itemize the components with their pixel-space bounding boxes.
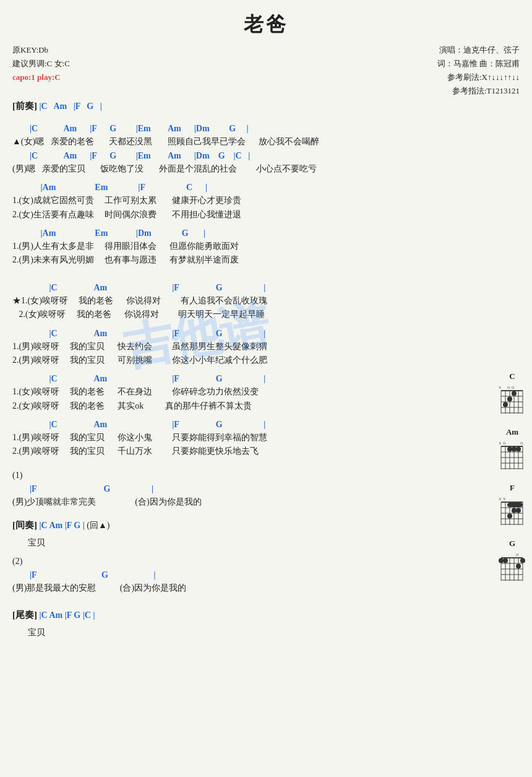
svg-text:o: o [512,384,515,390]
lyrics-by: 词：马嘉惟 曲：陈冠甫 [437,57,520,71]
svg-point-16 [503,402,508,407]
lyric-row-14: 2.(男)唉呀呀 我的宝贝 千山万水 只要妳能更快乐地去飞 [12,445,470,458]
outro-label: [尾奏] [12,610,37,620]
chord-c-grid: x o o [499,383,526,416]
lyric-row-15: (男)少顶嘴就非常完美 (合)因为你是我的 [12,495,470,509]
lyric-row-6: 2.(男)未来有风光明媚 也有事与愿违 有梦就别半途而废 [12,253,470,267]
chord-c-name: C [509,371,515,381]
chord-row-8: |C Am |F G | [12,418,470,431]
header-area: 原KEY:Db 建议男调:C 女:C capo:1 play:C 演唱：迪克牛仔… [12,43,520,98]
svg-rect-47 [507,503,523,507]
verse1-block1: |C Am |F G |Em Am |Dm G | ▲(女)嗯 亲爱的老爸 天都… [12,122,470,176]
chord-g-grid: o [499,550,526,583]
chorus-block4: |C Am |F G | 1.(男)唉呀呀 我的宝贝 你这小鬼 只要妳能得到幸福… [12,418,470,459]
interlude-note: (回▲) [87,521,109,530]
lyric-row-10: 2.(男)唉呀呀 我的宝贝 可别挑嘴 你这小小年纪减个什么肥 [12,354,470,367]
lyric-row-18: 宝贝 [12,626,470,640]
chord-row-1: |C Am |F G |Em Am |Dm G | [12,122,470,135]
svg-point-63 [499,558,504,563]
chord-row-10: |F G | [12,568,470,581]
section-1: (1) |F G | (男)少顶嘴就非常完美 (合)因为你是我的 [12,469,470,510]
lyric-row-2: (男)嗯 亲爱的宝贝 饭吃饱了没 外面是个混乱的社会 小心点不要吃亏 [12,162,470,176]
lyric-row-16: 宝贝 [12,536,470,550]
section-interlude: [间奏] |C Am |F G | (回▲) [12,519,470,531]
original-key: 原KEY:Db [12,43,70,57]
lyric-row-17: (男)那是我最大的安慰 (合)因为你是我的 [12,581,470,595]
lyric-row-11: 1.(女)唉呀呀 我的老爸 不在身边 你碎碎念功力依然没变 [12,385,470,399]
lyric-row-9: 1.(男)唉呀呀 我的宝贝 快去约会 虽然那男生整头髮像刺猬 [12,340,470,354]
chord-row-3: |Am Em |F C | [12,181,470,194]
svg-point-33 [516,447,521,452]
chorus-block2: |C Am |F G | 1.(男)唉呀呀 我的宝贝 快去约会 虽然那男生整头髮… [12,327,470,368]
lyric-row-7: ★1.(女)唉呀呀 我的老爸 你说得对 有人追我不会乱收玫瑰 [12,294,470,308]
svg-point-66 [516,564,521,569]
header-right: 演唱：迪克牛仔、弦子 词：马嘉惟 曲：陈冠甫 参考刷法:X↑↓↓↓↑↑↓↓ 参考… [437,43,520,98]
section-outro: [尾奏] |C Am |F G |C | [12,609,470,621]
svg-text:x: x [499,384,502,390]
chord-row-6: |C Am |F G | [12,327,470,340]
chorus-block1: |C Am |F G | ★1.(女)唉呀呀 我的老爸 你说得对 有人追我不会乱… [12,281,470,322]
chord-row-9: |F G | [12,482,470,495]
content-area: [前奏] |C Am |F G | |C Am |F G |Em Am |Dm … [12,100,520,640]
lyric-row-1: ▲(女)嗯 亲爱的老爸 天都还没黑 照顾自己我早已学会 放心我不会喝醉 [12,135,470,149]
section-2-label: (2) [12,555,470,568]
prelude-chords: |C Am |F G | [40,102,102,111]
chord-row-2: |C Am |F G |Em Am |Dm G |C | [12,149,470,162]
svg-text:o: o [503,440,506,446]
svg-text:x: x [499,495,502,501]
strum-pattern: 参考刷法:X↑↓↓↓↑↑↓↓ [437,71,520,84]
svg-point-50 [507,514,512,519]
svg-text:x: x [499,440,502,446]
lyric-row-12: 2.(女)唉呀呀 我的老爸 其实ok 真的那牛仔裤不算太贵 [12,399,470,413]
lyric-row-4: 2.(女)生活要有点趣味 时间偶尔浪费 不用担心我懂进退 [12,208,470,222]
lyric-row-13: 1.(男)唉呀呀 我的宝贝 你这小鬼 只要妳能得到幸福的智慧 [12,431,470,445]
chord-diagrams-panel: C x o o [499,371,526,583]
chord-row-5: |C Am |F G | [12,281,470,294]
suggested-key: 建议男调:C 女:C [12,57,70,71]
svg-point-15 [507,397,512,402]
chord-g-name: G [509,539,515,549]
header-left: 原KEY:Db 建议男调:C 女:C capo:1 play:C [12,43,70,98]
lyric-row-5: 1.(男)人生有太多是非 得用眼泪体会 但愿你能勇敢面对 [12,240,470,253]
svg-point-31 [507,447,512,452]
chord-diagram-g: G o [499,539,526,583]
chord-am-grid: x o o [499,438,526,472]
lyric-row-8: 2.(女)唉呀呀 我的老爸 你说得对 明天明天一定早起早睡 [12,308,470,321]
svg-point-65 [520,558,525,563]
svg-point-32 [512,447,517,452]
interlude-label: [间奏] [12,520,37,530]
chord-diagram-f: F x x [499,483,526,527]
svg-text:x: x [503,495,506,501]
chord-diagram-c: C x o o [499,371,526,416]
svg-text:o: o [507,384,510,390]
svg-text:o: o [520,440,523,446]
outro-chords: |C Am |F G |C | [40,610,95,620]
section-prelude: [前奏] |C Am |F G | [12,100,470,112]
chord-f-name: F [510,483,515,493]
prelude-label: [前奏] [12,101,37,111]
chorus-block3: |C Am |F G | 1.(女)唉呀呀 我的老爸 不在身边 你碎碎念功力依然… [12,372,470,413]
performer: 演唱：迪克牛仔、弦子 [437,43,520,57]
lyric-row-3: 1.(女)成就它固然可贵 工作可别太累 健康开心才更珍贵 [12,194,470,207]
capo-info: capo:1 play:C [12,71,70,84]
fingerpick-pattern: 参考指法:T1213121 [437,84,520,98]
verse-num-block2: |Am Em |Dm G | 1.(男)人生有太多是非 得用眼泪体会 但愿你能勇… [12,227,470,267]
svg-point-49 [516,508,521,513]
svg-point-14 [512,391,517,396]
interlude-chords: |C Am |F G | [40,521,85,530]
svg-text:o: o [516,551,519,557]
chord-f-grid: x x [499,494,526,527]
chord-row-4: |Am Em |Dm G | [12,227,470,240]
section-2: (2) |F G | (男)那是我最大的安慰 (合)因为你是我的 [12,555,470,596]
section-1-label: (1) [12,469,470,482]
page: 老爸 原KEY:Db 建议男调:C 女:C capo:1 play:C 演唱：迪… [0,0,532,777]
svg-point-48 [512,508,517,513]
chord-am-name: Am [506,427,518,437]
svg-point-64 [503,558,508,563]
song-title: 老爸 [12,11,520,38]
chord-row-7: |C Am |F G | [12,372,470,385]
verse-num-block1: |Am Em |F C | 1.(女)成就它固然可贵 工作可别太累 健康开心才更… [12,181,470,222]
chord-diagram-am: Am x o o [499,427,526,472]
